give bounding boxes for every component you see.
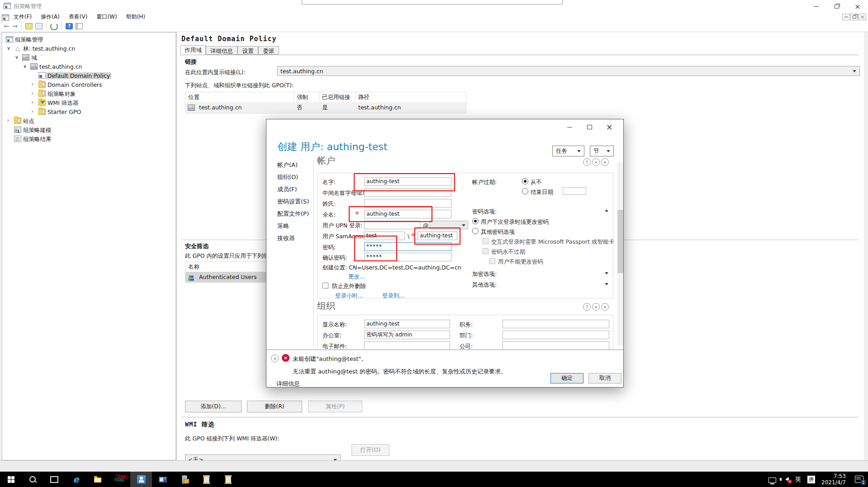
must-change-radio[interactable] [472,218,479,224]
collapse-section-icon[interactable]: ∧ [601,303,609,311]
nav-member-of[interactable]: 成员(F) [277,185,297,194]
close-button[interactable]: × [847,0,868,13]
change-link[interactable]: 更改... [348,273,365,281]
forward-icon[interactable]: → [12,23,18,30]
nav-policy[interactable]: 策略 [277,222,289,230]
properties-button[interactable]: 属性(P) [308,401,362,412]
tab-settings[interactable]: 设置 [237,46,258,55]
job-title-input[interactable] [503,320,609,328]
help-icon[interactable]: ? [583,158,591,166]
taskbar-item-ldap[interactable]: ldap [109,472,130,487]
protect-deletion-checkbox[interactable] [323,283,328,288]
tree-item-domain-controllers[interactable]: › Domain Controllers [2,80,174,90]
menu-help[interactable]: 帮助(H) [122,13,150,21]
notification-button[interactable]: 1 [855,476,863,483]
network-icon[interactable] [768,478,776,483]
tree-item-gpo-objects[interactable]: › 组策略对象 [2,90,174,99]
taskbar-item-server-manager[interactable] [152,472,174,487]
logon-hours-link[interactable]: 登录小时... [335,292,363,300]
add-button[interactable]: 添加(D)... [185,401,242,412]
office-input[interactable]: 密码填写为 admin [364,331,450,339]
menu-window[interactable]: 窗口(W) [92,13,121,21]
company-input[interactable] [503,341,609,350]
col-enforced[interactable]: 强制 [294,92,319,102]
expand-icon[interactable]: › [31,99,33,105]
tree-item-root[interactable]: 组策略管理 [2,35,174,44]
logon-to-link[interactable]: 登录到... [382,292,404,300]
cancel-button[interactable]: 取消 [588,373,621,383]
panes-icon[interactable] [76,23,83,29]
collapse-icon[interactable]: ∨ [15,54,19,60]
taskbar-item-security[interactable] [174,472,195,487]
dialog-minimize-button[interactable] [563,122,576,132]
tree-item-forest[interactable]: ∨ △ 林: test.authing.cn [2,44,174,53]
email-input[interactable] [364,341,450,350]
background-window-edge[interactable] [302,0,563,5]
mdi-minimize-button[interactable] [842,14,850,20]
expand-icon[interactable]: › [31,108,33,114]
tree-item-sites[interactable]: › 站点 [2,117,174,126]
expand-icon[interactable]: › [7,117,9,123]
language-indicator[interactable]: 英 [795,475,801,483]
help-icon[interactable]: ? [66,23,73,29]
tree-item-wmi-filters[interactable]: › WMI 筛选器 [2,99,174,108]
export-list-icon[interactable] [25,23,33,29]
smartcard-checkbox[interactable] [483,238,489,244]
menu-view[interactable]: 查看(V) [64,13,92,21]
clock[interactable]: 7:53 2021/4/7 [821,473,846,486]
never-expire-checkbox[interactable] [483,248,489,254]
open-button[interactable]: 打开(O) [351,444,389,456]
display-name-input[interactable]: authing-test [364,320,450,328]
remove-button[interactable]: 删除(R) [247,401,302,412]
expand-arrow-icon[interactable] [605,272,608,274]
start-button[interactable] [0,472,22,487]
nav-password-settings[interactable]: 密码设置(S) [277,198,309,206]
tree-item-domain[interactable]: ∨ test.authing.cn [2,62,174,71]
cannot-change-checkbox[interactable] [489,258,495,264]
tree-item-default-domain-policy[interactable]: Default Domain Policy [2,71,174,80]
expand-icon[interactable]: › [31,90,33,96]
nav-account[interactable]: 帐户(A) [277,161,298,169]
col-link-enabled[interactable]: 已启用链接 [319,92,356,102]
menu-action[interactable]: 操作(A) [36,13,64,21]
ok-button[interactable]: 确定 [550,373,583,383]
clear-section-icon[interactable]: × [592,303,600,311]
expire-date-input[interactable] [563,187,586,195]
collapse-icon[interactable]: ∨ [23,63,27,69]
help-icon[interactable]: ? [583,303,591,311]
tab-delegation[interactable]: 委派 [258,46,279,55]
other-options-radio[interactable] [472,228,479,234]
tab-scope[interactable]: 作用域 [180,45,206,55]
expand-arrow-icon[interactable] [605,283,608,285]
mdi-close-button[interactable]: × [859,14,866,20]
col-path[interactable]: 路径 [356,92,466,102]
expire-never-radio[interactable] [522,178,528,184]
search-button[interactable] [22,472,43,487]
back-icon[interactable]: ← [4,23,9,30]
dialog-scrollbar[interactable] [617,162,623,345]
menu-file[interactable]: 文件(F) [9,13,36,21]
taskbar-item-gp-editor[interactable] [195,472,217,487]
task-view-button[interactable] [43,472,65,487]
restore-button[interactable] [826,0,847,13]
volume-muted-icon[interactable]: × [785,477,789,482]
tree-item-gp-results[interactable]: 组策略结果 [2,135,174,144]
tree-item-starter-gpo[interactable]: › Starter GPO [2,108,174,117]
tree-item-domains[interactable]: ∨ 域 [2,53,174,62]
details-link[interactable]: 详细信息 [276,380,300,388]
dialog-maximize-button[interactable] [583,122,596,132]
tree-item-gp-modeling[interactable]: 组策略建模 [2,126,174,135]
department-input[interactable] [503,331,609,339]
dialog-close-button[interactable]: × [603,122,616,132]
taskbar-item-explorer[interactable] [87,472,109,487]
collapse-arrow-icon[interactable] [605,209,608,212]
display-links-combobox[interactable]: test.authing.cn [277,66,860,76]
sections-dropdown-button[interactable]: 节 [590,146,614,156]
nav-profile[interactable]: 配置文件(P) [277,210,309,218]
tasks-dropdown-button[interactable]: 任务 [552,146,584,156]
taskbar-item-ad-users[interactable] [130,472,152,487]
refresh-icon[interactable] [50,23,58,30]
ime-indicator[interactable]: 拼 [807,476,815,483]
links-table-row[interactable]: test.authing.cn 否 是 test.authing.cn [185,102,466,113]
collapse-icon[interactable]: ∨ [7,45,10,51]
